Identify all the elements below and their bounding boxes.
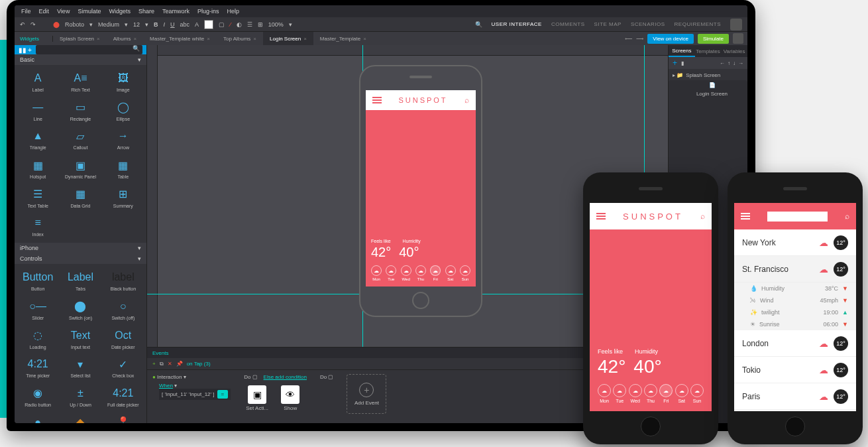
strike-icon[interactable]: abc <box>180 21 190 28</box>
widget-table[interactable]: ▦Table <box>103 155 144 182</box>
day-sat[interactable]: ☁Sat <box>445 265 456 281</box>
add-event-button[interactable]: +Add Event <box>347 374 386 414</box>
widget-up-down[interactable]: ±Up / Down <box>60 383 101 411</box>
top-tab[interactable]: COMMENTS <box>551 21 585 27</box>
widget-switch-on-[interactable]: ⬤Switch (on) <box>60 296 101 324</box>
widget-ellipse[interactable]: ◯Ellipse <box>103 97 144 125</box>
widget-data-grid[interactable]: ▦Data Grid <box>60 184 101 212</box>
menu-view[interactable]: View <box>57 8 70 15</box>
doc-tab[interactable]: Login Screen× <box>263 32 313 45</box>
widget-hotspot[interactable]: ▦Hotspot <box>17 155 58 182</box>
top-tab[interactable]: USER INTERFACE <box>492 21 542 27</box>
day-thu[interactable]: ☁Thu <box>415 265 426 281</box>
city-row[interactable]: London☁12° <box>734 330 856 357</box>
widget-radio-button[interactable]: ◉Radio button <box>17 383 58 411</box>
rp-tab[interactable]: Variables <box>721 45 747 57</box>
search-icon[interactable]: 🔍 <box>475 21 482 28</box>
city-row[interactable]: Tokio☁12° <box>734 357 856 383</box>
widget-summary[interactable]: ⊞Summary <box>103 184 144 212</box>
underline-icon[interactable]: U <box>170 21 175 28</box>
widget-rectangle[interactable]: ▭Rectangle <box>60 97 101 125</box>
opacity-icon[interactable]: ◐ <box>237 21 242 28</box>
arrow-down-icon[interactable]: ↓ <box>733 60 735 66</box>
widget-text-table[interactable]: ☰Text Table <box>17 184 58 212</box>
border-icon[interactable]: ▢ <box>219 21 225 28</box>
top-tab[interactable]: SCENARIOS <box>631 21 665 27</box>
brush-icon[interactable]: ⬤ <box>53 21 60 28</box>
widget-triangle[interactable]: ▲Triangle <box>17 125 58 153</box>
pin-icon[interactable]: 📌 <box>176 361 183 367</box>
italic-icon[interactable]: I <box>164 21 166 28</box>
doc-tab[interactable]: Splash Screen× <box>53 32 107 45</box>
menu-teamwork[interactable]: Teamwork <box>162 8 190 15</box>
day-fri[interactable]: ☁Fri <box>659 384 673 403</box>
else-link[interactable]: Else add condition <box>264 374 307 380</box>
view-on-device-button[interactable]: View on device <box>647 34 694 44</box>
size-select[interactable]: 12 <box>133 21 140 28</box>
fill-swatch[interactable] <box>204 20 213 29</box>
stroke-icon[interactable]: ∕ <box>230 21 231 28</box>
arrow-up-icon[interactable]: ↑ <box>728 60 730 66</box>
day-tue[interactable]: ☁Tue <box>386 265 396 281</box>
expression[interactable]: [ 'Input_11' 'Input_12' ]= <box>159 389 231 400</box>
day-wed[interactable]: ☁Wed <box>629 384 642 403</box>
menu-file[interactable]: File <box>21 8 31 15</box>
menu-simulate[interactable]: Simulate <box>78 8 101 15</box>
day-sat[interactable]: ☁Sat <box>675 384 688 403</box>
menu-icon[interactable] <box>741 213 750 220</box>
widget-line[interactable]: —Line <box>17 97 58 125</box>
redo-icon[interactable]: ↷ <box>30 21 36 28</box>
search-icon[interactable]: ⌕ <box>464 96 469 105</box>
widget-index[interactable]: ≡Index <box>17 212 58 240</box>
day-mon[interactable]: ☁Mon <box>371 265 382 281</box>
align-icon[interactable]: ☰ <box>247 21 252 28</box>
device-frame[interactable]: SUNSPOT ⌕ Feels likeHumidity 42°40° ☁Mon… <box>359 65 482 317</box>
copy-icon[interactable]: ⧉ <box>160 361 164 367</box>
top-tab[interactable]: REQUIREMENTS <box>675 21 721 27</box>
widget-arrow[interactable]: →Arrow <box>103 125 144 153</box>
widget-check-box[interactable]: ✓Check box <box>103 353 144 381</box>
menu-plug-ins[interactable]: Plug-ins <box>197 8 219 15</box>
layout-icon[interactable]: ⊞ <box>258 21 263 28</box>
city-row[interactable]: St. Francisco☁12° <box>734 256 856 283</box>
avatar[interactable] <box>730 19 742 31</box>
widget-slider[interactable]: ○—Slider <box>17 296 58 324</box>
add-screen-icon[interactable]: + <box>673 58 677 68</box>
gear-icon[interactable] <box>733 33 743 44</box>
section-iphone[interactable]: iPhone▾ <box>15 243 146 253</box>
day-thu[interactable]: ☁Thu <box>644 384 657 403</box>
doc-tab[interactable]: Albums× <box>107 32 143 45</box>
widget-context-menu[interactable]: ◆Context menu <box>60 412 101 423</box>
day-mon[interactable]: ☁Mon <box>598 384 611 403</box>
search-icon[interactable]: ⌕ <box>845 212 849 221</box>
day-sun[interactable]: ☁Sun <box>460 265 470 281</box>
doc-tab[interactable]: Top Albums× <box>217 32 263 45</box>
menu-icon[interactable] <box>372 97 382 103</box>
action-set-active[interactable]: ▣Set Acti... <box>244 385 270 411</box>
nav-prev-icon[interactable]: ⟵ <box>625 36 632 42</box>
search-icon[interactable]: ⌕ <box>700 212 705 221</box>
doc-tab[interactable]: Master_Template× <box>313 32 373 45</box>
widget-loading[interactable]: ◌Loading <box>17 325 58 353</box>
simulate-button[interactable]: Simulate <box>698 34 729 44</box>
widget-tabs[interactable]: LabelTabs <box>60 267 101 294</box>
interaction-node[interactable]: ● <box>152 374 156 380</box>
menu-edit[interactable]: Edit <box>39 8 50 15</box>
menu-widgets[interactable]: Widgets <box>109 8 131 15</box>
widget-label[interactable]: ALabel <box>17 68 58 96</box>
undo-icon[interactable]: ↶ <box>20 21 25 28</box>
tree-folder[interactable]: ▸ 📁Splash Screen <box>669 70 747 80</box>
trigger-tab[interactable]: on Tap (3) <box>187 361 211 367</box>
when-link[interactable]: When <box>159 383 173 389</box>
widget-input-text[interactable]: TextInput text <box>60 325 101 353</box>
add-icon[interactable]: + <box>28 46 32 54</box>
chart-icon[interactable]: ▮▮ <box>19 46 27 54</box>
menu-share[interactable]: Share <box>138 8 154 15</box>
arrow-right-icon[interactable]: → <box>738 60 743 66</box>
city-row[interactable]: Paris☁12° <box>734 383 856 410</box>
widget-callout[interactable]: ▱Callout <box>60 125 101 153</box>
action-show[interactable]: 👁Show <box>277 385 303 411</box>
day-fri[interactable]: ☁Fri <box>430 265 441 281</box>
widget-image[interactable]: 🖼Image <box>103 68 144 96</box>
nav-next-icon[interactable]: ⟶ <box>636 36 643 42</box>
